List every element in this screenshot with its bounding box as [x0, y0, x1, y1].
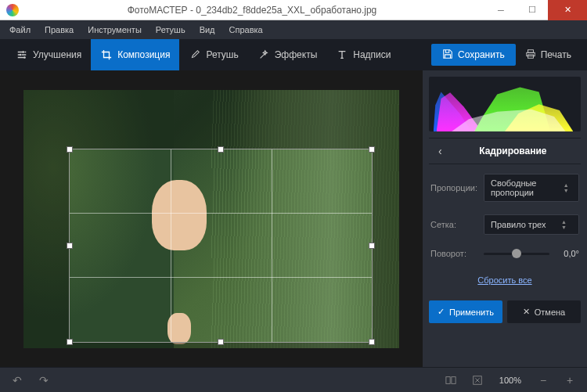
proportions-select[interactable]: Свободные пропорции ▲▼: [484, 174, 579, 202]
tab-composition[interactable]: Композиция: [91, 39, 179, 70]
maximize-button[interactable]: ☐: [517, 0, 548, 20]
grid-value: Правило трех: [491, 220, 546, 229]
tab-label: Ретушь: [206, 49, 238, 60]
menu-edit[interactable]: Правка: [38, 23, 80, 37]
print-button[interactable]: Печать: [516, 44, 581, 67]
panel-title: Кадрирование: [448, 146, 578, 156]
crop-handle-tl[interactable]: [67, 146, 73, 153]
check-icon: ✓: [438, 307, 445, 317]
crop-handle-tr[interactable]: [369, 146, 375, 153]
svg-rect-3: [528, 49, 533, 52]
menu-help[interactable]: Справка: [223, 23, 269, 37]
grid-select[interactable]: Правило трех ▲▼: [484, 214, 579, 235]
tab-enhancements[interactable]: Улучшения: [6, 39, 91, 70]
menu-tools[interactable]: Инструменты: [81, 23, 148, 37]
print-icon: [525, 49, 536, 62]
crop-icon: [100, 49, 113, 61]
app-icon: [6, 4, 19, 16]
brush-icon: [189, 49, 201, 61]
window-title: ФотоМАСТЕР - 0_234db2_f8dde25a_XXL_обраб…: [19, 5, 485, 16]
save-button[interactable]: Сохранить: [431, 44, 516, 66]
rotation-value: 0,0°: [556, 249, 579, 258]
crop-handle-bl[interactable]: [67, 339, 73, 345]
menu-view[interactable]: Вид: [193, 23, 221, 37]
photo-preview[interactable]: [23, 90, 399, 348]
menu-file[interactable]: Файл: [3, 23, 37, 37]
spinner-icon: ▲▼: [564, 182, 572, 193]
fit-button[interactable]: [468, 371, 487, 390]
print-label: Печать: [541, 49, 571, 60]
cancel-button[interactable]: ✕ Отмена: [507, 300, 581, 323]
tab-label: Улучшения: [33, 49, 81, 60]
apply-button[interactable]: ✓ Применить: [429, 300, 502, 323]
text-icon: [336, 49, 348, 61]
rotation-slider[interactable]: [484, 253, 549, 255]
wand-icon: [257, 49, 270, 61]
crop-handle-ml[interactable]: [67, 243, 73, 249]
redo-button[interactable]: ↷: [34, 371, 53, 390]
canvas-area[interactable]: [0, 70, 423, 367]
tab-label: Надписи: [353, 49, 391, 60]
undo-button[interactable]: ↶: [8, 371, 27, 390]
tab-label: Эффекты: [275, 49, 318, 60]
close-button[interactable]: ✕: [548, 0, 587, 20]
tab-effects[interactable]: Эффекты: [248, 39, 327, 70]
minimize-button[interactable]: ─: [485, 0, 517, 20]
rotation-thumb[interactable]: [512, 249, 521, 258]
apply-label: Применить: [449, 307, 494, 317]
histogram: [429, 77, 581, 131]
sliders-icon: [16, 49, 28, 61]
svg-rect-6: [446, 376, 450, 383]
save-icon: [442, 49, 453, 62]
spinner-icon: ▲▼: [561, 219, 572, 230]
svg-point-0: [22, 51, 24, 53]
compare-button[interactable]: [441, 371, 460, 390]
rotation-label: Поворот:: [430, 249, 477, 258]
svg-point-1: [20, 54, 22, 56]
close-icon: ✕: [523, 307, 530, 317]
crop-rectangle[interactable]: [69, 149, 373, 343]
back-button[interactable]: ‹: [432, 145, 448, 157]
grid-label: Сетка:: [430, 220, 477, 229]
zoom-out-button[interactable]: −: [534, 371, 553, 390]
crop-handle-mr[interactable]: [369, 243, 375, 249]
tab-retouch[interactable]: Ретушь: [179, 39, 247, 70]
crop-handle-tc[interactable]: [218, 146, 224, 153]
tab-label: Композиция: [117, 49, 170, 60]
crop-handle-bc[interactable]: [218, 339, 224, 345]
save-label: Сохранить: [458, 49, 505, 60]
svg-point-2: [23, 56, 26, 59]
crop-handle-br[interactable]: [369, 339, 375, 345]
cancel-label: Отмена: [535, 307, 565, 317]
zoom-value: 100%: [495, 376, 526, 385]
proportions-label: Пропорции:: [430, 183, 477, 192]
proportions-value: Свободные пропорции: [491, 178, 564, 197]
svg-rect-7: [452, 376, 456, 383]
tab-text[interactable]: Надписи: [326, 39, 400, 70]
zoom-in-button[interactable]: +: [560, 371, 579, 390]
reset-link[interactable]: Сбросить все: [429, 269, 581, 291]
menu-retouch[interactable]: Ретушь: [149, 23, 192, 37]
